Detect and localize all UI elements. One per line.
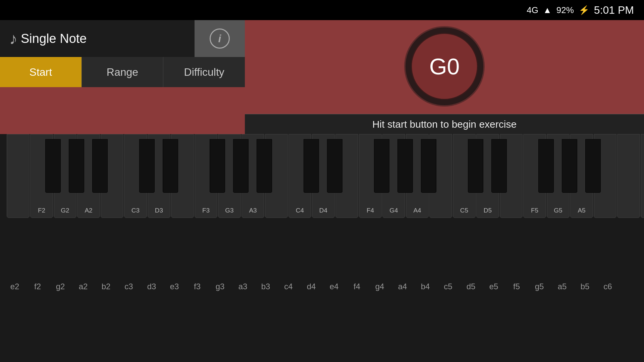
note-display-outer: G0 [404, 26, 485, 107]
bottom-note-b5: b5 [574, 282, 596, 291]
bottom-note-f3: f3 [186, 282, 209, 291]
piano-black-key-gs4[interactable] [397, 139, 413, 193]
piano-black-key-ds3[interactable] [163, 139, 178, 193]
bottom-note-d5: d5 [460, 282, 482, 291]
bottom-note-names: e2f2g2a2b2c3d3e3f3g3a3b3c4d4e4f4g4a4b4c5… [0, 275, 644, 298]
piano-white-key-c6[interactable] [617, 134, 640, 218]
piano-black-key-cs4[interactable] [304, 139, 319, 193]
piano-black-key-as5[interactable] [585, 139, 601, 193]
bottom-note-g2: g2 [49, 282, 72, 291]
piano-black-key-as2[interactable] [92, 139, 108, 193]
bottom-note-b2: b2 [95, 282, 117, 291]
bottom-note-c3: c3 [117, 282, 140, 291]
bottom-note-a5: a5 [551, 282, 574, 291]
battery-icon: ⚡ [579, 5, 589, 15]
piano-black-key-ds4[interactable] [327, 139, 342, 193]
clock: 5:01 PM [594, 4, 634, 16]
piano-black-key-fs3[interactable] [210, 139, 225, 193]
bottom-note-e4: e4 [323, 282, 345, 291]
piano-black-key-cs5[interactable] [468, 139, 483, 193]
bottom-note-e2: e2 [3, 282, 26, 291]
piano-black-key-as3[interactable] [257, 139, 272, 193]
bottom-note-f5: f5 [505, 282, 528, 291]
piano-white-key-e2[interactable] [7, 134, 30, 218]
note-display-inner: G0 [411, 33, 478, 100]
status-bar: 4G ▲ 92% ⚡ 5:01 PM [0, 0, 644, 20]
tab-bar: Start Range Difficulty [0, 57, 245, 87]
piano-keys-row: F2G2A2C3D3F3G3A3C4D4F4G4A4C5D5F5G5A5 [0, 134, 644, 228]
bottom-note-b3: b3 [254, 282, 277, 291]
tab-difficulty[interactable]: Difficulty [163, 57, 245, 87]
info-button[interactable]: i [195, 20, 245, 57]
bottom-note-b4: b4 [414, 282, 437, 291]
piano-container: F2G2A2C3D3F3G3A3C4D4F4G4A4C5D5F5G5A5 [0, 134, 644, 261]
bottom-note-f4: f4 [345, 282, 368, 291]
bottom-note-d3: d3 [140, 282, 163, 291]
bottom-note-a2: a2 [72, 282, 95, 291]
piano-white-key-c6[interactable] [641, 134, 644, 218]
bottom-note-g5: g5 [528, 282, 551, 291]
bottom-note-f2: f2 [26, 282, 49, 291]
tab-range[interactable]: Range [82, 57, 163, 87]
piano-black-key-fs2[interactable] [45, 139, 61, 193]
network-indicator: 4G [527, 5, 538, 15]
app-title: Single Note [21, 32, 87, 46]
left-panel-fill [0, 87, 245, 134]
battery-percentage: 92% [556, 5, 574, 15]
music-icon: ♪ [9, 29, 17, 48]
tab-start[interactable]: Start [0, 57, 82, 87]
piano-black-key-as4[interactable] [421, 139, 436, 193]
signal-icon: ▲ [543, 5, 552, 15]
bottom-note-c5: c5 [437, 282, 460, 291]
piano-black-key-cs3[interactable] [139, 139, 155, 193]
bottom-note-e3: e3 [163, 282, 186, 291]
bottom-note-c6: c6 [596, 282, 619, 291]
piano-black-key-gs5[interactable] [562, 139, 577, 193]
current-note: G0 [429, 53, 460, 79]
exercise-message: Hit start button to begin exercise [372, 119, 517, 130]
bottom-note-g4: g4 [368, 282, 391, 291]
bottom-note-c4: c4 [277, 282, 300, 291]
piano-black-key-fs4[interactable] [374, 139, 389, 193]
piano-black-key-fs5[interactable] [538, 139, 554, 193]
bottom-note-d4: d4 [300, 282, 323, 291]
info-icon: i [210, 28, 230, 49]
bottom-note-e5: e5 [482, 282, 505, 291]
piano-black-key-ds5[interactable] [491, 139, 507, 193]
bottom-note-g3: g3 [209, 282, 231, 291]
piano-black-key-gs3[interactable] [233, 139, 249, 193]
message-bar: Hit start button to begin exercise [245, 114, 644, 134]
bottom-note-a3: a3 [231, 282, 254, 291]
piano-black-key-gs2[interactable] [69, 139, 84, 193]
bottom-note-a4: a4 [391, 282, 414, 291]
